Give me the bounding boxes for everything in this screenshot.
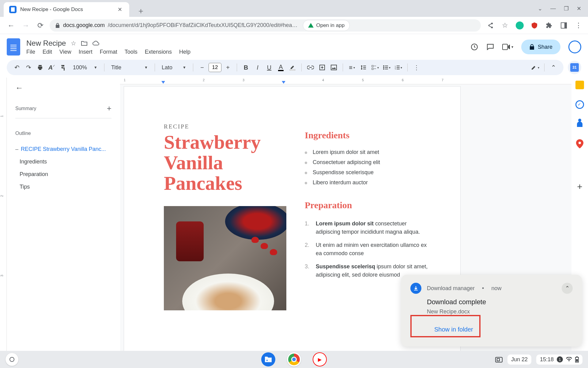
- menu-format[interactable]: Format: [100, 49, 117, 55]
- menu-view[interactable]: View: [59, 49, 71, 55]
- paragraph-style-select[interactable]: Title▼: [108, 64, 151, 71]
- open-in-app-chip[interactable]: Open in app: [303, 20, 350, 31]
- chevron-down-icon[interactable]: ⌄: [538, 5, 542, 12]
- outline-item-preparation[interactable]: Preparation: [15, 168, 111, 181]
- move-folder-icon[interactable]: [81, 40, 87, 46]
- minimize-icon[interactable]: —: [550, 5, 556, 12]
- menu-extensions[interactable]: Extensions: [145, 49, 172, 55]
- line-spacing-button[interactable]: [358, 62, 369, 73]
- side-panel-calendar[interactable]: [568, 61, 581, 74]
- bookmark-star-icon[interactable]: ☆: [501, 21, 509, 29]
- collapse-toolbar-button[interactable]: ⌃: [548, 62, 559, 73]
- underline-button[interactable]: U: [264, 62, 274, 73]
- cloud-status-icon[interactable]: [92, 40, 100, 46]
- outline-item-recipe[interactable]: –RECIPE Strawberry Vanilla Panc...: [15, 143, 111, 155]
- side-panel-icon[interactable]: [560, 21, 568, 29]
- redo-button[interactable]: ↷: [23, 62, 34, 73]
- spellcheck-button[interactable]: A✓: [47, 62, 57, 73]
- insert-image-button[interactable]: [329, 62, 339, 73]
- numbered-list-button[interactable]: 123▾: [393, 62, 404, 73]
- close-window-icon[interactable]: ✕: [577, 5, 581, 12]
- show-in-folder-button[interactable]: Show in folder: [431, 324, 476, 335]
- font-size-input[interactable]: [209, 63, 221, 72]
- tab-close-icon[interactable]: ✕: [118, 6, 124, 13]
- share-icon[interactable]: [486, 21, 494, 29]
- battery-icon: [575, 356, 579, 362]
- bold-button[interactable]: B: [241, 62, 251, 73]
- outline-item-ingredients[interactable]: Ingredients: [15, 155, 111, 168]
- share-button[interactable]: Share: [521, 40, 560, 54]
- menu-file[interactable]: File: [26, 49, 35, 55]
- grammarly-icon[interactable]: [516, 21, 524, 29]
- extensions-icon[interactable]: [545, 21, 553, 29]
- docs-header: New Recipe ☆ File Edit View Insert Forma…: [0, 34, 588, 60]
- maps-icon[interactable]: [575, 140, 584, 148]
- more-options-button[interactable]: ⋮: [411, 62, 422, 73]
- history-icon[interactable]: [470, 43, 478, 51]
- collapse-notification-button[interactable]: ⌃: [562, 283, 573, 294]
- add-summary-button[interactable]: +: [107, 104, 111, 113]
- highlight-color-button[interactable]: [287, 62, 298, 73]
- menu-edit[interactable]: Edit: [43, 49, 52, 55]
- menu-tools[interactable]: Tools: [125, 49, 138, 55]
- svg-rect-6: [372, 68, 373, 70]
- font-family-select[interactable]: Lato▼: [159, 64, 189, 71]
- svg-rect-15: [496, 357, 502, 362]
- contacts-icon[interactable]: [575, 120, 584, 128]
- align-button[interactable]: ≡▾: [347, 62, 357, 73]
- ingredients-heading: Ingredients: [305, 130, 433, 140]
- files-app-icon[interactable]: [261, 352, 275, 366]
- menu-insert[interactable]: Insert: [79, 49, 92, 55]
- text-color-button[interactable]: A: [276, 62, 286, 73]
- horizontal-ruler[interactable]: 1 2 3 4 5 6 7: [120, 78, 571, 84]
- undo-button[interactable]: ↶: [12, 62, 22, 73]
- tab-title: New Recipe - Google Docs: [20, 6, 114, 13]
- italic-button[interactable]: I: [252, 62, 263, 73]
- chrome-app-icon[interactable]: [287, 352, 301, 366]
- browser-tab[interactable]: New Recipe - Google Docs ✕: [4, 2, 129, 17]
- wifi-icon: [566, 357, 572, 362]
- keep-icon[interactable]: [575, 81, 584, 89]
- checklist-button[interactable]: ▾: [370, 62, 380, 73]
- add-addon-button[interactable]: +: [575, 182, 584, 191]
- address-bar[interactable]: docs.google.com/document/d/1hj9op5PFOBiF…: [50, 19, 481, 32]
- lock-icon: [55, 23, 60, 28]
- screenshot-icon[interactable]: [495, 356, 503, 362]
- date-pill[interactable]: Jun 22: [507, 355, 531, 365]
- outline-item-tips[interactable]: Tips: [15, 181, 111, 193]
- back-button[interactable]: ←: [6, 20, 17, 31]
- notification-count-badge: 1: [557, 356, 563, 362]
- insert-link-button[interactable]: [305, 62, 316, 73]
- youtube-music-icon[interactable]: [313, 352, 327, 366]
- zoom-select[interactable]: 100%▼: [70, 64, 100, 71]
- status-tray[interactable]: Jun 22 15:18 1: [495, 355, 582, 365]
- tasks-icon[interactable]: [575, 100, 584, 109]
- status-pill[interactable]: 15:18 1: [536, 355, 582, 365]
- add-comment-button[interactable]: [317, 62, 327, 73]
- document-title[interactable]: New Recipe: [26, 39, 66, 48]
- forward-button[interactable]: →: [20, 20, 31, 31]
- new-tab-button[interactable]: ＋: [135, 5, 147, 17]
- menu-help[interactable]: Help: [179, 49, 190, 55]
- bulleted-list-button[interactable]: ▾: [382, 62, 392, 73]
- outline-close-icon[interactable]: ←: [15, 83, 111, 93]
- adblock-icon[interactable]: [530, 21, 538, 29]
- reload-button[interactable]: ⟳: [35, 20, 46, 31]
- indent-marker-icon[interactable]: [282, 81, 285, 84]
- restore-icon[interactable]: ❐: [564, 5, 569, 12]
- star-icon[interactable]: ☆: [71, 40, 76, 47]
- comments-icon[interactable]: [486, 43, 494, 51]
- editing-mode-button[interactable]: ▾: [530, 62, 541, 73]
- share-label: Share: [538, 44, 552, 50]
- indent-marker-icon[interactable]: [161, 81, 165, 84]
- docs-logo-icon[interactable]: [7, 38, 20, 56]
- font-size-decrease[interactable]: −: [197, 62, 207, 73]
- font-size-increase[interactable]: +: [223, 62, 233, 73]
- kebab-menu-icon[interactable]: ⋮: [575, 21, 582, 29]
- paint-format-button[interactable]: [58, 62, 69, 73]
- svg-rect-16: [497, 358, 499, 361]
- print-button[interactable]: [35, 62, 45, 73]
- meet-icon[interactable]: ▾: [502, 44, 513, 50]
- launcher-button[interactable]: [6, 353, 18, 366]
- account-avatar[interactable]: [568, 40, 581, 53]
